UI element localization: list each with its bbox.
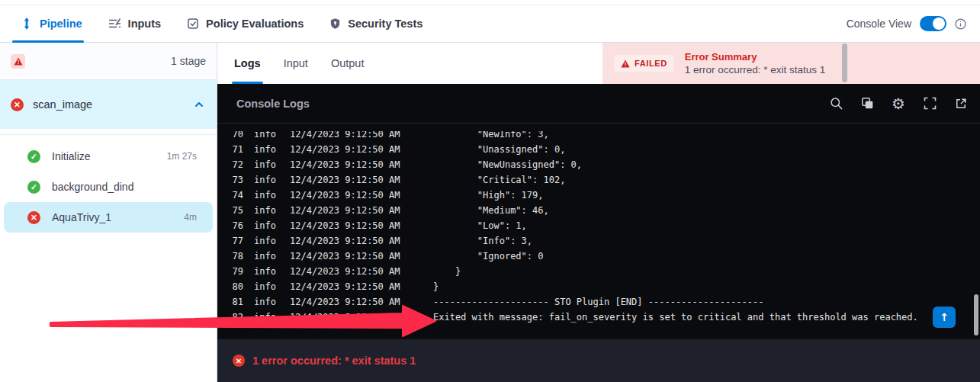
sidebar: 1 stage scan_image Initialize1m 27sbackg… [0, 43, 217, 382]
success-check-icon [27, 181, 40, 194]
tab-input[interactable]: Input [284, 43, 308, 84]
console-header: Console Logs ⚙ [217, 84, 980, 124]
nav-tab-label: Inputs [128, 18, 162, 30]
failed-x-icon [27, 211, 40, 224]
error-circle-icon [233, 355, 245, 367]
console-scrollbar-thumb[interactable] [974, 294, 978, 335]
nav-tab-label: Pipeline [40, 18, 82, 30]
step-initialize[interactable]: Initialize1m 27s [0, 141, 217, 172]
log-line-73: 73info12/4/2023 9:12:50 AM "Critical": 1… [217, 172, 971, 188]
warning-icon [11, 54, 25, 69]
copy-icon[interactable] [860, 97, 874, 111]
failed-badge: FAILED [614, 55, 674, 72]
log-line-80: 80info12/4/2023 9:12:50 AM} [217, 279, 971, 294]
console-panel: Console Logs ⚙ 70info12/4/2023 9:12:50 A… [217, 84, 980, 382]
top-nav-tabs: PipelineInputsPolicy EvaluationsSecurity… [21, 5, 423, 42]
log-line-72: 72info12/4/2023 9:12:50 AM "NewUnassigne… [217, 157, 971, 172]
log-viewport: 70info12/4/2023 9:12:50 AM "NewInfo": 3,… [217, 131, 971, 335]
info-icon[interactable] [955, 18, 966, 30]
main-panel: LogsInputOutput FAILED Error Summary 1 e… [217, 43, 980, 382]
nav-tab-policy-evaluations[interactable]: Policy Evaluations [187, 5, 304, 42]
log-line-77: 77info12/4/2023 9:12:50 AM "Info": 3, [217, 233, 971, 249]
log-tabs: LogsInputOutput [234, 43, 364, 84]
console-view-toggle[interactable] [920, 16, 946, 31]
log-line-81: 81info12/4/2023 9:12:50 AM--------------… [217, 294, 971, 310]
console-title: Console Logs [236, 98, 310, 110]
success-check-icon [27, 150, 40, 163]
fullscreen-icon[interactable] [923, 97, 937, 111]
log-line-75: 75info12/4/2023 9:12:50 AM "Medium": 46, [217, 203, 971, 218]
tab-output[interactable]: Output [331, 43, 365, 84]
error-summary: FAILED Error Summary 1 error occurred: *… [602, 43, 980, 84]
console-error-bar: 1 error occurred: * exit status 1 [217, 339, 980, 382]
console-view-label: Console View [847, 18, 911, 30]
log-line-71: 71info12/4/2023 9:12:50 AM "Unassigned":… [217, 142, 971, 157]
security-tests-icon [329, 18, 341, 30]
nav-tab-inputs[interactable]: Inputs [108, 5, 162, 42]
nav-tab-security-tests[interactable]: Security Tests [329, 5, 423, 42]
log-line-74: 74info12/4/2023 9:12:50 AM "High": 179, [217, 188, 971, 203]
failed-status-icon [11, 98, 24, 111]
inputs-icon [108, 18, 121, 30]
arrow-up-icon: ↑ [940, 311, 949, 323]
top-nav: PipelineInputsPolicy EvaluationsSecurity… [0, 5, 980, 43]
stage-count: 1 stage [171, 55, 206, 67]
console-error-text: 1 error occurred: * exit status 1 [252, 355, 416, 367]
error-summary-message: 1 error occurred: * exit status 1 [685, 64, 826, 75]
policy-evaluations-icon [187, 18, 199, 30]
stage-name: scan_image [33, 98, 92, 111]
error-summary-title: Error Summary [685, 51, 826, 63]
log-line-76: 76info12/4/2023 9:12:50 AM "Low": 1, [217, 218, 971, 233]
tab-logs[interactable]: Logs [234, 43, 261, 84]
warning-icon [621, 59, 630, 68]
log-tabbar: LogsInputOutput FAILED Error Summary 1 e… [217, 43, 980, 84]
log-list: 70info12/4/2023 9:12:50 AM "NewInfo": 3,… [217, 131, 971, 335]
step-list: Initialize1m 27sbackground_dindAquaTrivy… [0, 134, 217, 233]
failed-badge-label: FAILED [635, 59, 667, 68]
step-aquatrivy-1[interactable]: AquaTrivy_14m [4, 202, 213, 233]
nav-tab-label: Security Tests [348, 18, 423, 30]
step-name: Initialize [52, 150, 156, 162]
stage-row-scan-image[interactable]: scan_image [0, 80, 217, 129]
nav-tab-label: Policy Evaluations [206, 18, 304, 30]
settings-icon[interactable]: ⚙ [892, 97, 905, 111]
log-line-70: 70info12/4/2023 9:12:50 AM "NewInfo": 3, [217, 131, 971, 142]
error-summary-scrollbar-thumb[interactable] [842, 43, 847, 82]
step-duration: 4m [184, 212, 197, 223]
error-summary-text: Error Summary 1 error occurred: * exit s… [685, 51, 826, 75]
nav-tab-pipeline[interactable]: Pipeline [21, 5, 82, 42]
console-toolbar: ⚙ [829, 97, 968, 111]
pipeline-icon [21, 18, 33, 30]
scroll-to-top-button[interactable]: ↑ [933, 307, 956, 328]
step-name: AquaTrivy_1 [52, 211, 172, 223]
stage-list-header: 1 stage [0, 43, 217, 80]
step-duration: 1m 27s [167, 151, 197, 162]
console-view-control: Console View [847, 5, 966, 42]
log-line-79: 79info12/4/2023 9:12:50 AM } [217, 264, 971, 279]
open-in-new-icon[interactable] [954, 97, 968, 111]
search-icon[interactable] [829, 97, 843, 111]
step-name: background_dind [52, 181, 185, 193]
log-line-82: 82info12/4/2023 9:12:50 AMExited with me… [217, 310, 971, 325]
log-line-78: 78info12/4/2023 9:12:50 AM "Ignored": 0 [217, 249, 971, 264]
pipeline-execution-page: PipelineInputsPolicy EvaluationsSecurity… [0, 0, 980, 382]
chevron-up-icon[interactable] [194, 99, 204, 110]
toggle-knob [933, 18, 945, 30]
step-background-dind[interactable]: background_dind [0, 172, 217, 202]
